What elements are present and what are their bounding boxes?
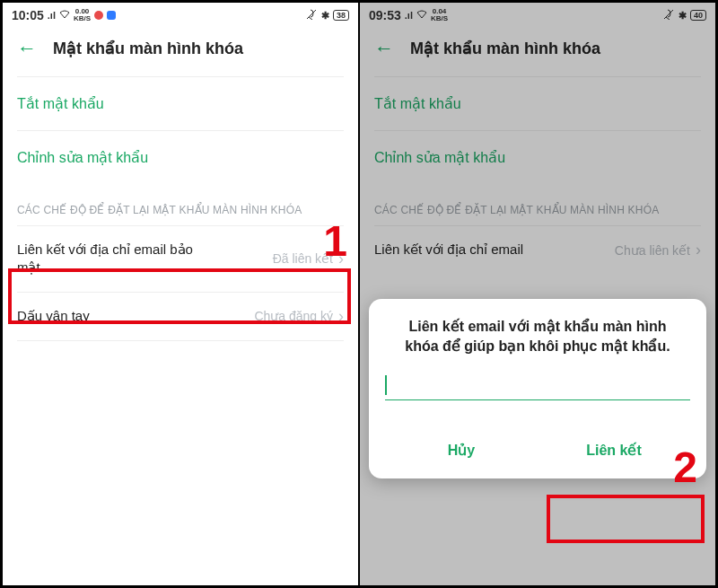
page-title: Mật khẩu màn hình khóa [410, 39, 600, 58]
chevron-right-icon: › [696, 241, 701, 259]
cancel-button[interactable]: Hủy [385, 429, 538, 471]
row-label: Liên kết với địa chỉ email [374, 241, 523, 259]
row-status: Đã liên kết [273, 251, 333, 266]
disable-password-option[interactable]: Tắt mật khẩu [3, 77, 358, 130]
dialog-actions: Hủy Liên kết [385, 424, 690, 471]
link-email-row[interactable]: Liên kết với địa chỉ email Chưa liên kết… [360, 226, 715, 274]
confirm-button[interactable]: Liên kết [538, 429, 690, 471]
page-header: ← Mật khẩu màn hình khóa [360, 24, 715, 76]
chevron-right-icon: › [338, 250, 344, 268]
page-header: ← Mật khẩu màn hình khóa [3, 24, 358, 76]
section-header: CÁC CHẾ ĐỘ ĐỂ ĐẶT LẠI MẬT KHẨU MÀN HÌNH … [3, 184, 358, 225]
bluetooth-app-icon [107, 11, 116, 20]
page-title: Mật khẩu màn hình khóa [53, 39, 243, 58]
row-status: Chưa đăng ký [254, 309, 333, 323]
net-speed: 0.00KB/S [74, 8, 91, 22]
app-badge-icon [94, 11, 103, 20]
fingerprint-row[interactable]: Dấu vân tay Chưa đăng ký › [3, 293, 358, 340]
chevron-right-icon: › [338, 307, 344, 326]
back-arrow-icon[interactable]: ← [17, 37, 37, 60]
mute-icon [305, 9, 318, 22]
bluetooth-off-icon: ✱ [321, 10, 329, 22]
bluetooth-off-icon: ✱ [679, 10, 687, 22]
net-speed: 0.04KB/S [431, 8, 448, 22]
signal-icon: .ıl [405, 10, 413, 21]
status-time: 09:53 [369, 8, 401, 22]
battery-icon: 38 [333, 10, 349, 21]
status-bar: 10:05 .ıl 0.00KB/S ✱ 38 [3, 3, 358, 24]
disable-password-option[interactable]: Tắt mật khẩu [360, 77, 715, 130]
status-time: 10:05 [12, 8, 44, 22]
email-input[interactable] [385, 373, 690, 400]
wifi-icon [416, 10, 427, 21]
wifi-icon [59, 10, 70, 21]
phone-right: 09:53 .ıl 0.04KB/S ✱ 40 ← Mật khẩu màn h… [359, 2, 716, 586]
row-status: Chưa liên kết [615, 243, 690, 258]
divider [17, 340, 344, 341]
status-bar: 09:53 .ıl 0.04KB/S ✱ 40 [360, 3, 715, 24]
section-header: CÁC CHẾ ĐỘ ĐỂ ĐẶT LẠI MẬT KHẨU MÀN HÌNH … [360, 184, 715, 225]
mute-icon [662, 9, 675, 22]
row-label: Dấu vân tay [17, 307, 90, 325]
text-cursor-icon [385, 375, 387, 395]
edit-password-option[interactable]: Chỉnh sửa mật khẩu [3, 131, 358, 184]
link-email-row[interactable]: Liên kết với địa chỉ email bảo mật Đã li… [3, 226, 358, 292]
dialog-title: Liên kết email với mật khẩu màn hình khó… [385, 317, 690, 373]
back-arrow-icon[interactable]: ← [374, 37, 394, 60]
row-label: Liên kết với địa chỉ email bảo mật [17, 241, 215, 277]
link-email-dialog: Liên kết email với mật khẩu màn hình khó… [369, 299, 706, 478]
annotation-highlight [547, 495, 705, 543]
edit-password-option[interactable]: Chỉnh sửa mật khẩu [360, 131, 715, 184]
phone-left: 10:05 .ıl 0.00KB/S ✱ 38 ← Mật khẩu màn h… [2, 2, 359, 586]
signal-icon: .ıl [48, 10, 56, 21]
battery-icon: 40 [690, 10, 706, 21]
